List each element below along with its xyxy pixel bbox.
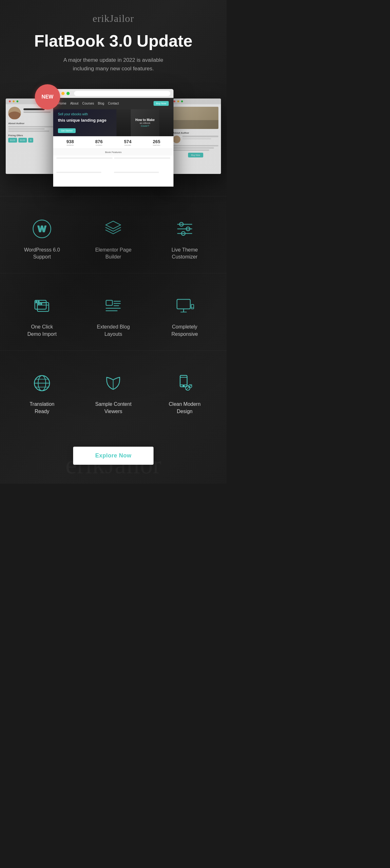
- svg-rect-26: [191, 304, 194, 309]
- wordpress-icon: W: [31, 219, 53, 241]
- feature-sample-content: Sample ContentViewers: [81, 373, 145, 415]
- feature-translation-label: TranslationReady: [29, 401, 55, 415]
- features-section-row2: One ClickDemo Import Extended BlogLayou: [0, 273, 227, 350]
- browser-dot-yellow: [61, 92, 65, 95]
- svg-point-15: [36, 301, 37, 302]
- explore-now-button[interactable]: Explore Now: [73, 447, 154, 465]
- svg-rect-23: [177, 299, 190, 309]
- browser-dot-green: [66, 92, 70, 95]
- svg-text:W: W: [38, 224, 46, 234]
- feature-demo-import-label: One ClickDemo Import: [27, 323, 56, 338]
- design-icon: [173, 373, 196, 395]
- subtitle: A major theme update in 2022 is availabl…: [19, 56, 208, 73]
- header-section: erikJailor FlatBook 3.0 Update A major t…: [0, 0, 227, 80]
- svg-point-37: [183, 385, 184, 386]
- svg-point-11: [38, 303, 39, 304]
- svg-marker-2: [106, 221, 121, 229]
- elementor-icon: [102, 219, 124, 241]
- feature-sample-content-label: Sample ContentViewers: [95, 401, 132, 415]
- blog-layouts-icon: [102, 296, 124, 318]
- browser-content: Home About Courses Blog Contact Buy Now …: [53, 98, 173, 187]
- features-grid-row2: One ClickDemo Import Extended BlogLayou: [9, 296, 217, 338]
- feature-translation: TranslationReady: [9, 373, 74, 415]
- feature-responsive: CompletelyResponsive: [152, 296, 217, 338]
- svg-point-12: [40, 303, 42, 304]
- feature-blog-layouts: Extended BlogLayouts: [81, 296, 145, 338]
- feature-wordpress: W WordPresss 6.0Support: [9, 219, 74, 261]
- sample-content-icon: [102, 373, 124, 395]
- feature-demo-import: One ClickDemo Import: [9, 296, 74, 338]
- screenshot-section: NEW: [0, 80, 227, 187]
- feature-design: Clean ModernDesign: [152, 373, 217, 415]
- features-section: W WordPresss 6.0Support Elementor PageBu…: [0, 196, 227, 273]
- feature-customizer-label: Live ThemeCustomizer: [171, 246, 198, 261]
- responsive-icon: [173, 296, 196, 318]
- feature-wordpress-label: WordPresss 6.0Support: [24, 246, 60, 261]
- feature-responsive-label: CompletelyResponsive: [171, 323, 198, 338]
- feature-design-label: Clean ModernDesign: [169, 401, 201, 415]
- translation-icon: [31, 373, 53, 395]
- brand-logo: erikJailor: [19, 13, 208, 24]
- feature-blog-layouts-label: Extended BlogLayouts: [97, 323, 130, 338]
- feature-elementor-label: Elementor PageBuilder: [95, 246, 132, 261]
- demo-import-icon: [31, 296, 53, 318]
- main-title: FlatBook 3.0 Update: [19, 32, 208, 50]
- feature-elementor: Elementor PageBuilder: [81, 219, 145, 261]
- feature-customizer: Live ThemeCustomizer: [152, 219, 217, 261]
- new-badge: NEW: [35, 84, 60, 110]
- svg-point-16: [38, 301, 39, 302]
- svg-rect-17: [106, 300, 112, 305]
- customizer-icon: [173, 219, 196, 241]
- features-grid-row1: W WordPresss 6.0Support Elementor PageBu…: [9, 219, 217, 261]
- explore-section: Explore Now erikJailor: [0, 428, 227, 484]
- features-grid-row3: TranslationReady Sample ContentViewers: [9, 373, 217, 415]
- browser-url-bar: [74, 91, 170, 96]
- features-section-row3: TranslationReady Sample ContentViewers: [0, 351, 227, 428]
